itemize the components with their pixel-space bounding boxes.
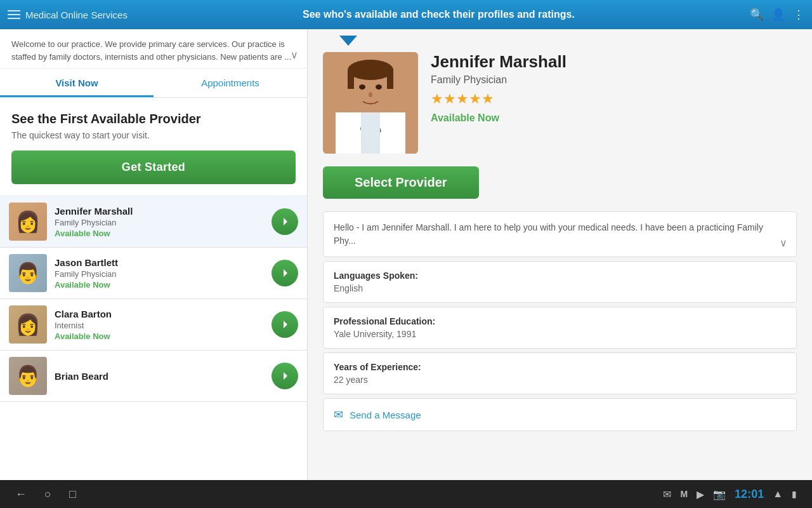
top-bar-left: Medical Online Services bbox=[8, 10, 128, 20]
profile-photo bbox=[323, 52, 418, 154]
profile-specialty: Family Physician bbox=[431, 74, 797, 86]
send-message-link[interactable]: Send a Message bbox=[350, 410, 421, 420]
provider-item-clara[interactable]: 👩 Clara Barton Internist Available Now bbox=[0, 299, 307, 351]
camera-status-icon: 📷 bbox=[713, 488, 726, 500]
education-value: Yale University, 1991 bbox=[334, 329, 786, 339]
provider-info-brian: Brian Beard bbox=[47, 371, 272, 382]
back-nav-icon[interactable]: ← bbox=[15, 488, 27, 501]
top-bar-center-text: See who's available and check their prof… bbox=[128, 9, 750, 20]
profile-availability: Available Now bbox=[431, 112, 797, 124]
svg-point-9 bbox=[369, 92, 372, 97]
provider-specialty-clara: Internist bbox=[55, 321, 264, 330]
provider-info-jennifer: Jennifer Marshall Family Physician Avail… bbox=[47, 206, 272, 238]
clock: 12:01 bbox=[735, 488, 764, 501]
languages-section: Languages Spoken: English bbox=[323, 261, 797, 303]
main-content: Welcome to our practice. We provide prim… bbox=[0, 29, 812, 480]
provider-arrow-jason[interactable] bbox=[272, 260, 298, 286]
provider-info-jason: Jason Bartlett Family Physician Availabl… bbox=[47, 257, 272, 290]
education-section: Professional Education: Yale University,… bbox=[323, 307, 797, 349]
first-available-heading: See the First Available Provider bbox=[11, 112, 296, 126]
play-status-icon: ▶ bbox=[697, 488, 704, 500]
provider-arrow-brian[interactable] bbox=[272, 363, 298, 389]
provider-item-jennifer[interactable]: 👩 Jennifer Marshall Family Physician Ava… bbox=[0, 196, 307, 248]
provider-arrow-jennifer[interactable] bbox=[272, 208, 298, 235]
menu-dots-icon[interactable]: ⋮ bbox=[793, 8, 804, 22]
tab-bar: Visit Now Appointments bbox=[0, 69, 307, 98]
svg-rect-5 bbox=[348, 70, 354, 89]
profile-header: Jennifer Marshall Family Physician ★★★★★… bbox=[323, 52, 797, 154]
person-icon[interactable]: 👤 bbox=[771, 8, 785, 22]
svg-point-7 bbox=[359, 84, 365, 90]
recents-nav-icon[interactable]: □ bbox=[69, 488, 76, 501]
education-label: Professional Education: bbox=[334, 316, 786, 326]
bio-expand-icon[interactable]: ∨ bbox=[780, 237, 787, 249]
expand-icon[interactable]: ∨ bbox=[291, 48, 298, 63]
profile-name: Jennifer Marshall bbox=[431, 52, 797, 72]
first-available-subtext: The quickest way to start your visit. bbox=[11, 130, 296, 140]
provider-arrow-clara[interactable] bbox=[272, 311, 298, 338]
select-provider-button[interactable]: Select Provider bbox=[323, 166, 479, 199]
provider-availability-jason: Available Now bbox=[55, 280, 264, 290]
provider-availability-clara: Available Now bbox=[55, 331, 264, 341]
get-started-button[interactable]: Get Started bbox=[11, 150, 296, 184]
provider-name-jennifer: Jennifer Marshall bbox=[55, 206, 264, 217]
provider-availability-jennifer: Available Now bbox=[55, 229, 264, 238]
top-bar: Medical Online Services See who's availa… bbox=[0, 0, 812, 29]
app-title: Medical Online Services bbox=[25, 10, 128, 20]
experience-section: Years of Experience: 22 years bbox=[323, 352, 797, 394]
message-icon: ✉ bbox=[334, 408, 343, 422]
home-nav-icon[interactable]: ○ bbox=[44, 488, 51, 501]
avatar-jason: 👨 bbox=[9, 254, 47, 292]
bio-section: Hello - I am Jennifer Marshall. I am her… bbox=[323, 211, 797, 257]
svg-point-8 bbox=[376, 84, 382, 90]
avatar-jennifer: 👩 bbox=[9, 203, 47, 241]
top-bar-right: 🔍 👤 ⋮ bbox=[750, 8, 804, 22]
svg-rect-13 bbox=[361, 112, 380, 154]
provider-name-clara: Clara Barton bbox=[55, 309, 264, 319]
profile-details: Jennifer Marshall Family Physician ★★★★★… bbox=[431, 52, 797, 124]
search-icon[interactable]: 🔍 bbox=[750, 8, 764, 22]
tooltip-arrow bbox=[339, 36, 357, 46]
email-status-icon: ✉ bbox=[663, 488, 671, 500]
left-panel: Welcome to our practice. We provide prim… bbox=[0, 29, 308, 480]
provider-list: 👩 Jennifer Marshall Family Physician Ava… bbox=[0, 196, 307, 480]
tab-visit-now[interactable]: Visit Now bbox=[0, 69, 154, 97]
provider-specialty-jason: Family Physician bbox=[55, 269, 264, 279]
provider-item-jason[interactable]: 👨 Jason Bartlett Family Physician Availa… bbox=[0, 248, 307, 299]
provider-name-jason: Jason Bartlett bbox=[55, 257, 264, 268]
send-message-section[interactable]: ✉ Send a Message bbox=[323, 398, 797, 431]
welcome-text-section: Welcome to our practice. We provide prim… bbox=[0, 29, 307, 69]
wifi-icon: ▲ bbox=[773, 488, 783, 500]
welcome-text: Welcome to our practice. We provide prim… bbox=[11, 38, 296, 63]
experience-label: Years of Experience: bbox=[334, 362, 786, 372]
provider-item-brian[interactable]: 👨 Brian Beard bbox=[0, 351, 307, 402]
first-available-section: See the First Available Provider The qui… bbox=[0, 98, 307, 196]
svg-point-4 bbox=[348, 60, 393, 80]
bio-text: Hello - I am Jennifer Marshall. I am her… bbox=[334, 221, 786, 248]
provider-name-brian: Brian Beard bbox=[55, 371, 264, 382]
provider-specialty-jennifer: Family Physician bbox=[55, 218, 264, 227]
avatar-brian: 👨 bbox=[9, 357, 47, 395]
languages-label: Languages Spoken: bbox=[334, 271, 786, 281]
languages-value: English bbox=[334, 283, 786, 293]
nav-icons: ← ○ □ bbox=[15, 488, 76, 501]
provider-info-clara: Clara Barton Internist Available Now bbox=[47, 309, 272, 341]
hamburger-icon[interactable] bbox=[8, 10, 20, 19]
status-icons: ✉ M ▶ 📷 12:01 ▲ ▮ bbox=[663, 488, 797, 501]
avatar-clara: 👩 bbox=[9, 305, 47, 344]
gmail-status-icon: M bbox=[680, 489, 688, 499]
experience-value: 22 years bbox=[334, 375, 786, 385]
profile-stars: ★★★★★ bbox=[431, 91, 797, 107]
bottom-bar: ← ○ □ ✉ M ▶ 📷 12:01 ▲ ▮ bbox=[0, 480, 812, 508]
right-panel: Jennifer Marshall Family Physician ★★★★★… bbox=[308, 29, 812, 480]
tab-appointments[interactable]: Appointments bbox=[154, 69, 307, 97]
battery-icon: ▮ bbox=[792, 489, 797, 499]
svg-rect-6 bbox=[387, 70, 393, 89]
